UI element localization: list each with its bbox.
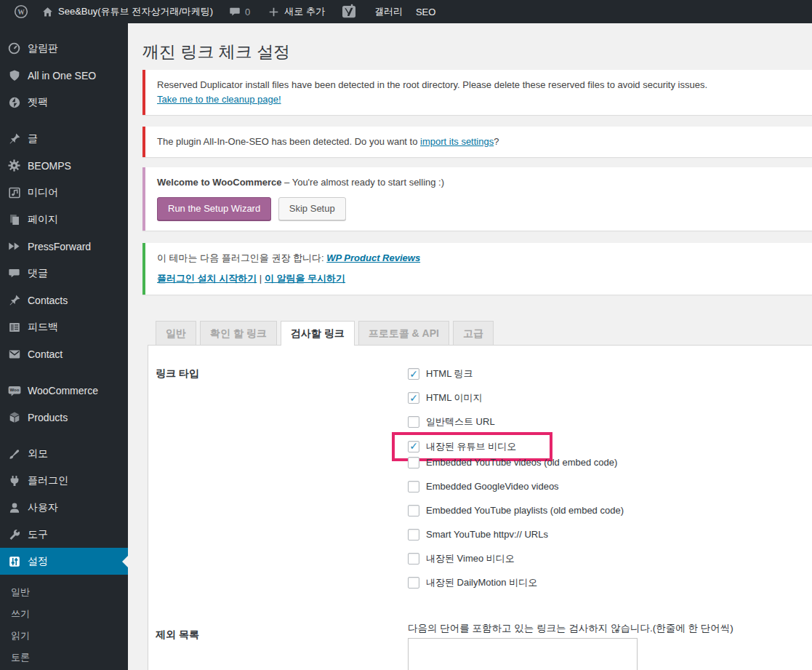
sidebar-item-settings[interactable]: 설정 xyxy=(0,548,128,575)
sidebar-item-products[interactable]: Products xyxy=(0,404,128,431)
checkbox-label: HTML 이미지 xyxy=(426,391,483,404)
cleanup-page-link[interactable]: Take me to the cleanup page! xyxy=(157,94,281,105)
pin-icon xyxy=(7,132,22,146)
submenu-item-reading[interactable]: 읽기 xyxy=(0,625,128,647)
sidebar-item-label: 글 xyxy=(28,132,38,145)
checkbox-html-links[interactable] xyxy=(408,368,419,380)
exclusion-textarea[interactable] xyxy=(408,638,638,670)
submenu-item-general[interactable]: 일반 xyxy=(0,581,128,603)
sidebar-item-beomps[interactable]: BEOMPS xyxy=(0,152,128,179)
checkbox-row-smart-youtube: Smart YouTube httpv:// URLs xyxy=(408,528,624,541)
woocommerce-notice-title: Welcome to WooCommerce xyxy=(157,177,281,188)
feedback-icon xyxy=(7,320,22,335)
gallery-menu[interactable]: 갤러리 xyxy=(368,0,409,23)
exclusion-description: 다음의 단어를 포함하고 있는 링크는 검사하지 않습니다.(한줄에 한 단어씩… xyxy=(408,622,733,635)
sidebar-item-label: 피드백 xyxy=(28,321,58,334)
sidebar-item-posts[interactable]: 글 xyxy=(0,125,128,152)
submenu-item-label: 토론 xyxy=(11,651,30,664)
import-settings-link[interactable]: import its settings xyxy=(420,136,494,147)
seo-label: SEO xyxy=(416,7,435,17)
checkbox-smart-youtube[interactable] xyxy=(408,529,419,541)
checkbox-label: Smart YouTube httpv:// URLs xyxy=(426,529,548,540)
link-types-label: 링크 타입 xyxy=(156,367,408,600)
checkbox-plaintext-urls[interactable] xyxy=(408,416,419,428)
checkbox-html-images[interactable] xyxy=(408,392,419,404)
checkbox-youtube-playlists[interactable] xyxy=(408,505,419,517)
sidebar-item-users[interactable]: 사용자 xyxy=(0,494,128,521)
settings-submenu: 일반 쓰기 읽기 토론 xyxy=(0,581,128,669)
new-content-menu[interactable]: 새로 추가 xyxy=(261,0,331,23)
menu-separator xyxy=(0,431,128,440)
submenu-item-label: 쓰기 xyxy=(11,607,30,621)
exclusion-row: 제외 목록 다음의 단어를 포함하고 있는 링크는 검사하지 않습니다.(한줄에… xyxy=(156,622,812,670)
submenu-item-discussion[interactable]: 토론 xyxy=(0,647,128,669)
seo-menu[interactable]: SEO xyxy=(409,0,442,23)
checkbox-row-dailymotion: 내장된 DailyMotion 비디오 xyxy=(408,576,624,589)
sidebar-item-comments[interactable]: 댓글 xyxy=(0,260,128,287)
sidebar-item-media[interactable]: 미디어 xyxy=(0,179,128,206)
woocommerce-notice-text: – You're almost ready to start selling :… xyxy=(281,177,444,188)
checkbox-label: 일반텍스트 URL xyxy=(426,415,495,428)
checkbox-label: HTML 링크 xyxy=(426,367,473,380)
woocommerce-notice: Welcome to WooCommerce – You're almost r… xyxy=(142,167,812,231)
tab-advanced[interactable]: 고급 xyxy=(453,321,494,345)
comments-menu[interactable]: 0 xyxy=(222,0,257,23)
checkbox-row-googlevideo: Embedded GoogleVideo videos xyxy=(408,480,624,493)
home-icon xyxy=(41,6,54,18)
sidebar-item-all-in-one-seo[interactable]: All in One SEO xyxy=(0,62,128,89)
checkbox-youtube-old-embed[interactable] xyxy=(408,457,419,468)
sidebar-item-label: WooCommerce xyxy=(28,385,98,396)
jetpack-icon xyxy=(7,95,22,110)
sidebar-item-contact[interactable]: Contact xyxy=(0,340,128,367)
sidebar-item-label: All in One SEO xyxy=(28,70,96,81)
link-types-options: HTML 링크 HTML 이미지 일반텍스트 URL 내장된 유튜브 비디오 xyxy=(408,367,624,600)
brush-icon xyxy=(7,447,22,461)
sidebar-item-jetpack[interactable]: 젯팩 xyxy=(0,89,128,116)
sidebar-item-pressforward[interactable]: PressForward xyxy=(0,233,128,260)
submenu-item-writing[interactable]: 쓰기 xyxy=(0,603,128,625)
link-separator: | xyxy=(260,273,262,284)
sidebar-item-appearance[interactable]: 외모 xyxy=(0,440,128,467)
checkbox-row-embedded-youtube: 내장된 유튜브 비디오 xyxy=(408,440,516,453)
sidebar-item-pages[interactable]: 페이지 xyxy=(0,206,128,233)
sidebar-item-feedback[interactable]: 피드백 xyxy=(0,314,128,340)
sidebar-item-dashboard[interactable]: 알림판 xyxy=(0,35,128,62)
begin-installing-link[interactable]: 플러그인 설치 시작하기 xyxy=(157,273,257,284)
sidebar-item-woocommerce[interactable]: Woo WooCommerce xyxy=(0,377,128,404)
wp-product-reviews-link[interactable]: WP Product Reviews xyxy=(326,252,420,263)
duplicator-notice: Reserved Duplicator install files have b… xyxy=(142,70,812,115)
admin-bar: W See&Buy(유튜브 전자상거래/마케팅) 0 새로 추가 갤러리 SEO xyxy=(0,0,812,23)
gallery-label: 갤러리 xyxy=(374,5,403,18)
settings-panel: 링크 타입 HTML 링크 HTML 이미지 일반텍스트 URL xyxy=(148,345,812,670)
checkbox-dailymotion[interactable] xyxy=(408,577,419,589)
new-button-label: 새로 추가 xyxy=(284,5,325,18)
media-icon xyxy=(7,186,22,200)
comment-count: 0 xyxy=(245,7,250,17)
tab-general[interactable]: 일반 xyxy=(156,321,196,345)
wp-logo-menu[interactable]: W xyxy=(7,0,35,23)
yoast-menu[interactable] xyxy=(334,0,363,23)
svg-text:Woo: Woo xyxy=(9,388,19,392)
skip-setup-button[interactable]: Skip Setup xyxy=(278,197,346,220)
checkbox-label: 내장된 유튜브 비디오 xyxy=(426,440,516,453)
box-icon xyxy=(7,410,22,425)
checkbox-label: Embedded YouTube playlists (old embed co… xyxy=(426,505,624,516)
run-setup-wizard-button[interactable]: Run the Setup Wizard xyxy=(157,197,271,220)
dismiss-notice-link[interactable]: 이 알림을 무시하기 xyxy=(265,273,345,284)
tab-look-for-links-in[interactable]: 검사할 링크 xyxy=(281,321,355,346)
tab-which-links-to-check[interactable]: 확인 할 링크 xyxy=(200,321,277,345)
sidebar-item-tools[interactable]: 도구 xyxy=(0,521,128,548)
checkbox-embedded-youtube[interactable] xyxy=(408,441,419,452)
submenu-item-label: 읽기 xyxy=(11,629,30,642)
checkbox-vimeo[interactable] xyxy=(408,553,419,565)
tab-protocols-apis[interactable]: 프로토콜 & API xyxy=(358,321,449,345)
main-content: 깨진 링크 체크 설정 Reserved Duplicator install … xyxy=(128,23,812,670)
sidebar-item-plugins[interactable]: 플러그인 xyxy=(0,467,128,494)
gear-icon xyxy=(7,159,22,173)
exclusion-field: 다음의 단어를 포함하고 있는 링크는 검사하지 않습니다.(한줄에 한 단어씩… xyxy=(408,622,733,670)
site-link[interactable]: See&Buy(유튜브 전자상거래/마케팅) xyxy=(35,0,220,23)
sidebar-item-contacts[interactable]: Contacts xyxy=(0,287,128,314)
checkbox-googlevideo[interactable] xyxy=(408,481,419,492)
svg-text:W: W xyxy=(17,9,25,16)
comment-bubble-icon xyxy=(229,6,241,17)
